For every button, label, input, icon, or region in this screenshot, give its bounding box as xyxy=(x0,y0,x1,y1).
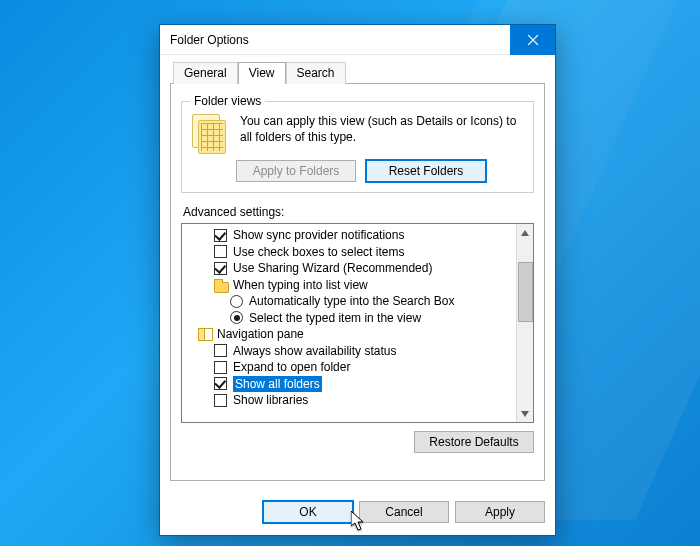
advanced-settings-label: Advanced settings: xyxy=(183,205,534,219)
checkbox[interactable] xyxy=(214,262,227,275)
folder-views-icon xyxy=(192,114,228,154)
list-item-label: Show libraries xyxy=(233,392,308,409)
scrollbar-thumb[interactable] xyxy=(518,262,533,322)
tab-search[interactable]: Search xyxy=(286,62,346,84)
tab-view[interactable]: View xyxy=(238,62,286,84)
tabs: General View Search xyxy=(173,61,545,83)
folder-views-legend: Folder views xyxy=(190,94,265,108)
folder-views-text: You can apply this view (such as Details… xyxy=(240,114,525,154)
list-item[interactable]: Use check boxes to select items xyxy=(186,244,514,261)
dialog-client: General View Search Folder views You can… xyxy=(160,55,555,491)
list-item-label: Expand to open folder xyxy=(233,359,350,376)
list-item[interactable]: Show all folders xyxy=(186,376,514,393)
list-item[interactable]: Always show availability status xyxy=(186,343,514,360)
list-item-label: Show sync provider notifications xyxy=(233,227,404,244)
window-title: Folder Options xyxy=(170,33,249,47)
list-item-label: Show all folders xyxy=(233,376,322,393)
svg-marker-2 xyxy=(521,230,529,236)
svg-marker-3 xyxy=(521,411,529,417)
folder-icon xyxy=(214,279,228,291)
list-item[interactable]: When typing into list view xyxy=(186,277,514,294)
list-item-label: Use check boxes to select items xyxy=(233,244,404,261)
navigation-pane-icon xyxy=(198,328,212,340)
checkbox[interactable] xyxy=(214,394,227,407)
scroll-up-button[interactable] xyxy=(517,224,534,241)
list-item-label: Navigation pane xyxy=(217,326,304,343)
checkbox[interactable] xyxy=(214,377,227,390)
list-item[interactable]: Navigation pane xyxy=(186,326,514,343)
ok-button[interactable]: OK xyxy=(263,501,353,523)
folder-options-dialog: Folder Options General View Search Folde… xyxy=(159,24,556,536)
folder-views-group: Folder views You can apply this view (su… xyxy=(181,94,534,193)
tab-pane-view: Folder views You can apply this view (su… xyxy=(170,83,545,481)
advanced-settings-list[interactable]: Show sync provider notificationsUse chec… xyxy=(181,223,534,423)
close-button[interactable] xyxy=(510,25,555,55)
dialog-footer: OK Cancel Apply xyxy=(160,491,555,535)
list-item[interactable]: Show sync provider notifications xyxy=(186,227,514,244)
chevron-up-icon xyxy=(521,229,529,237)
list-item-label: Automatically type into the Search Box xyxy=(249,293,454,310)
chevron-down-icon xyxy=(521,410,529,418)
cancel-button[interactable]: Cancel xyxy=(359,501,449,523)
list-item-label: Always show availability status xyxy=(233,343,396,360)
apply-to-folders-button[interactable]: Apply to Folders xyxy=(236,160,356,182)
apply-button[interactable]: Apply xyxy=(455,501,545,523)
restore-defaults-button[interactable]: Restore Defaults xyxy=(414,431,534,453)
radio[interactable] xyxy=(230,311,243,324)
advanced-settings-content: Show sync provider notificationsUse chec… xyxy=(182,224,516,422)
list-item-label: Select the typed item in the view xyxy=(249,310,421,327)
tab-general[interactable]: General xyxy=(173,62,238,84)
checkbox[interactable] xyxy=(214,344,227,357)
scroll-down-button[interactable] xyxy=(517,405,534,422)
radio[interactable] xyxy=(230,295,243,308)
list-item[interactable]: Automatically type into the Search Box xyxy=(186,293,514,310)
reset-folders-button[interactable]: Reset Folders xyxy=(366,160,486,182)
list-item-label: Use Sharing Wizard (Recommended) xyxy=(233,260,432,277)
list-item[interactable]: Select the typed item in the view xyxy=(186,310,514,327)
checkbox[interactable] xyxy=(214,229,227,242)
scrollbar[interactable] xyxy=(516,224,533,422)
checkbox[interactable] xyxy=(214,361,227,374)
list-item-label: When typing into list view xyxy=(233,277,368,294)
titlebar: Folder Options xyxy=(160,25,555,55)
close-icon xyxy=(528,35,538,45)
checkbox[interactable] xyxy=(214,245,227,258)
list-item[interactable]: Expand to open folder xyxy=(186,359,514,376)
list-item[interactable]: Use Sharing Wizard (Recommended) xyxy=(186,260,514,277)
list-item[interactable]: Show libraries xyxy=(186,392,514,409)
